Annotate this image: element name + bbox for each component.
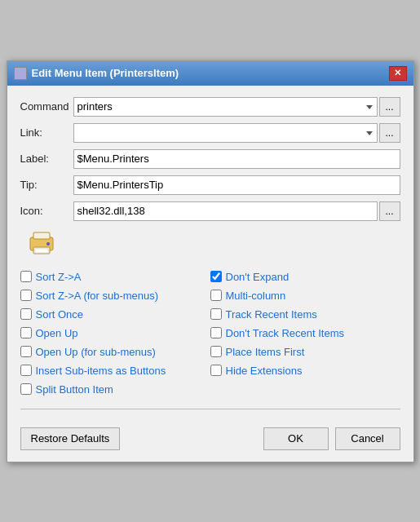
footer-divider [20,409,400,409]
checkbox-sort-once-row: Sort Once [20,305,210,324]
insert-sub-btns-checkbox[interactable] [20,365,32,376]
label-input[interactable] [73,149,400,169]
command-select[interactable]: printers [73,97,378,117]
tip-input[interactable] [73,175,400,195]
dialog-window: Edit Menu Item (PrintersItem) ✕ Command … [7,60,414,462]
sort-za-label[interactable]: Sort Z->A [36,271,82,283]
command-row: Command printers ... [20,97,400,117]
checkbox-sort-za-row: Sort Z->A [20,268,210,286]
hide-ext-checkbox[interactable] [210,365,222,376]
sort-za-sub-checkbox[interactable] [20,290,32,301]
multicolumn-label[interactable]: Multi-column [226,290,286,302]
dont-expand-checkbox[interactable] [210,271,222,282]
checkbox-sort-za-sub-row: Sort Z->A (for sub-menus) [20,286,210,305]
open-up-checkbox[interactable] [20,327,32,338]
link-label: Link: [20,126,73,139]
link-browse-button[interactable]: ... [379,123,400,143]
checkbox-track-recent-row: Track Recent Items [210,305,400,324]
sort-za-checkbox[interactable] [20,271,32,282]
icon-preview [27,228,400,259]
icon-input[interactable] [73,201,378,221]
printer-icon [27,228,56,257]
open-up-sub-checkbox[interactable] [20,346,32,357]
checkbox-open-up-row: Open Up [20,324,210,343]
dont-expand-label[interactable]: Don't Expand [226,271,290,283]
title-bar: Edit Menu Item (PrintersItem) ✕ [7,61,413,86]
icon-input-group: ... [73,201,400,221]
svg-point-4 [46,242,50,246]
place-first-label[interactable]: Place Items First [226,346,305,358]
place-first-checkbox[interactable] [210,346,222,357]
link-input-group: ... [73,123,400,143]
footer-center-buttons: OK Cancel [263,427,400,450]
tip-row: Tip: [20,175,400,195]
hide-ext-label[interactable]: Hide Extensions [226,365,303,377]
checkbox-place-first-row: Place Items First [210,343,400,361]
restore-defaults-button[interactable]: Restore Defaults [20,427,121,450]
command-browse-button[interactable]: ... [379,97,400,117]
dont-track-label[interactable]: Don't Track Recent Items [226,327,345,339]
svg-rect-1 [33,232,50,239]
checkbox-col1: Sort Z->A Sort Z->A (for sub-menus) Sort… [20,268,210,399]
icon-browse-button[interactable]: ... [379,201,400,221]
svg-rect-3 [35,249,48,253]
checkbox-dont-track-row: Don't Track Recent Items [210,324,400,343]
dialog-content: Command printers ... Link: ... Label: [7,86,413,427]
link-select[interactable] [73,123,378,143]
multicolumn-checkbox[interactable] [210,290,222,301]
title-bar-left: Edit Menu Item (PrintersItem) [14,67,179,80]
command-input-group: printers ... [73,97,400,117]
tip-label: Tip: [20,179,73,191]
close-button[interactable]: ✕ [389,66,407,81]
checkbox-open-up-sub-row: Open Up (for sub-menus) [20,343,210,361]
checkbox-hide-ext-row: Hide Extensions [210,361,400,380]
checkbox-col2: Don't Expand Multi-column Track Recent I… [210,268,400,399]
icon-label: Icon: [20,205,73,217]
checkbox-dont-expand-row: Don't Expand [210,268,400,286]
checkbox-multicolumn-row: Multi-column [210,286,400,305]
dialog-title: Edit Menu Item (PrintersItem) [32,67,179,79]
label-field-label: Label: [20,153,73,165]
track-recent-label[interactable]: Track Recent Items [226,308,317,321]
open-up-label[interactable]: Open Up [36,327,78,339]
label-row: Label: [20,149,400,169]
checkbox-split-btn-row: Split Button Item [20,380,210,399]
insert-sub-btns-label[interactable]: Insert Sub-items as Buttons [36,365,166,377]
sort-once-checkbox[interactable] [20,308,32,320]
window-icon [14,67,27,80]
ok-button[interactable]: OK [263,427,329,450]
dont-track-checkbox[interactable] [210,327,222,338]
checkbox-insert-sub-btns-row: Insert Sub-items as Buttons [20,361,210,380]
sort-za-sub-label[interactable]: Sort Z->A (for sub-menus) [36,290,159,302]
track-recent-checkbox[interactable] [210,308,222,320]
dialog-footer: Restore Defaults OK Cancel [7,427,413,462]
checkboxes-section: Sort Z->A Sort Z->A (for sub-menus) Sort… [20,268,400,399]
open-up-sub-label[interactable]: Open Up (for sub-menus) [36,346,156,358]
link-row: Link: ... [20,123,400,143]
icon-row: Icon: ... [20,201,400,221]
command-label: Command [20,100,73,113]
split-btn-checkbox[interactable] [20,383,32,395]
sort-once-label[interactable]: Sort Once [36,308,84,321]
split-btn-label[interactable]: Split Button Item [36,383,113,396]
cancel-button[interactable]: Cancel [335,427,400,450]
